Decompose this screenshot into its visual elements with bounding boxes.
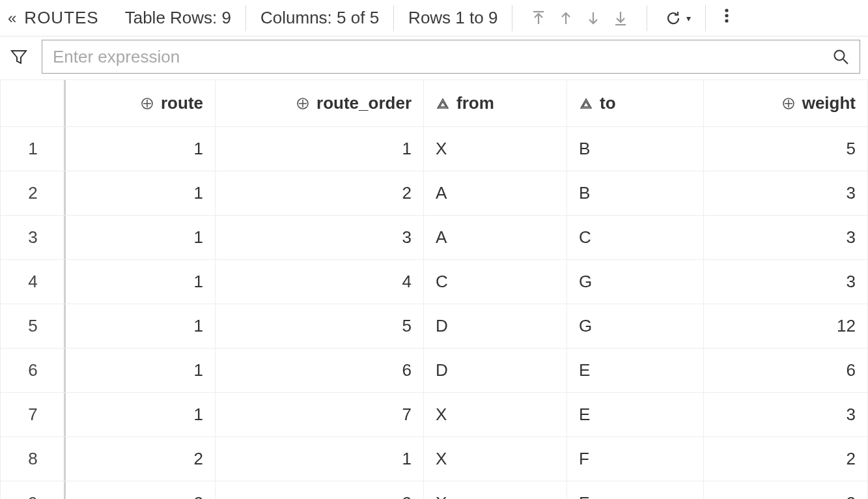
filter-bar bbox=[0, 36, 868, 77]
cell-to[interactable]: B bbox=[567, 171, 704, 216]
cell-from[interactable]: D bbox=[424, 304, 567, 349]
table-row[interactable]: 414CG3 bbox=[1, 260, 868, 304]
cell-from[interactable]: X bbox=[424, 481, 567, 500]
numeric-type-icon bbox=[140, 96, 154, 111]
cell-from[interactable]: X bbox=[424, 393, 567, 437]
go-last-icon[interactable] bbox=[609, 7, 632, 30]
column-label: to bbox=[600, 93, 616, 113]
row-number[interactable]: 4 bbox=[1, 260, 66, 304]
table-row[interactable]: 111XB5 bbox=[1, 127, 868, 171]
svg-marker-9 bbox=[12, 51, 26, 63]
cell-route[interactable]: 1 bbox=[66, 349, 216, 393]
cell-route_order[interactable]: 1 bbox=[216, 437, 424, 481]
table-name[interactable]: ROUTES bbox=[24, 8, 98, 28]
column-header-weight[interactable]: weight bbox=[704, 80, 868, 127]
cell-weight[interactable]: 2 bbox=[704, 481, 868, 500]
more-menu-icon[interactable] bbox=[720, 7, 733, 29]
column-header-route_order[interactable]: route_order bbox=[216, 80, 424, 127]
columns-count: Columns: 5 of 5 bbox=[260, 8, 379, 28]
cell-weight[interactable]: 5 bbox=[704, 127, 868, 171]
cell-to[interactable]: E bbox=[567, 393, 704, 437]
cell-route_order[interactable]: 2 bbox=[216, 171, 424, 216]
cell-route[interactable]: 2 bbox=[66, 481, 216, 500]
cell-route_order[interactable]: 7 bbox=[216, 393, 424, 437]
svg-line-11 bbox=[843, 59, 848, 64]
cell-route_order[interactable]: 1 bbox=[216, 127, 424, 171]
cell-route_order[interactable]: 3 bbox=[216, 216, 424, 260]
go-next-icon[interactable] bbox=[581, 7, 605, 30]
table-row[interactable]: 922XF2 bbox=[1, 481, 868, 500]
table-row[interactable]: 313AC3 bbox=[1, 216, 868, 260]
cell-route_order[interactable]: 5 bbox=[216, 304, 424, 349]
numeric-type-icon bbox=[296, 96, 310, 111]
cell-weight[interactable]: 3 bbox=[704, 216, 868, 260]
refresh-icon[interactable] bbox=[662, 7, 685, 30]
header-row: routeroute_orderfromtoweight bbox=[1, 80, 868, 127]
column-header-to[interactable]: to bbox=[567, 80, 704, 127]
table-row[interactable]: 616DE6 bbox=[1, 349, 868, 393]
row-number[interactable]: 1 bbox=[1, 127, 66, 171]
cell-weight[interactable]: 2 bbox=[704, 437, 868, 481]
cell-route[interactable]: 1 bbox=[66, 127, 216, 171]
filter-icon[interactable] bbox=[8, 46, 30, 68]
cell-to[interactable]: C bbox=[567, 216, 704, 260]
row-number[interactable]: 6 bbox=[1, 349, 66, 393]
search-icon[interactable] bbox=[831, 47, 850, 66]
go-first-icon[interactable] bbox=[527, 7, 550, 30]
divider bbox=[393, 5, 394, 31]
numeric-type-icon bbox=[781, 96, 796, 111]
row-number[interactable]: 9 bbox=[1, 481, 66, 500]
row-number[interactable]: 8 bbox=[1, 437, 66, 481]
cell-route[interactable]: 1 bbox=[66, 260, 216, 304]
cell-route_order[interactable]: 4 bbox=[216, 260, 424, 304]
expression-input[interactable] bbox=[51, 46, 831, 68]
divider bbox=[512, 5, 512, 31]
row-number[interactable]: 3 bbox=[1, 216, 66, 260]
cell-route[interactable]: 1 bbox=[66, 171, 216, 216]
svg-point-7 bbox=[725, 14, 729, 17]
cell-from[interactable]: D bbox=[424, 349, 567, 393]
cell-from[interactable]: C bbox=[424, 260, 567, 304]
cell-from[interactable]: A bbox=[424, 216, 567, 260]
column-header-from[interactable]: from bbox=[424, 80, 567, 127]
filter-input-wrap bbox=[42, 40, 860, 74]
collapse-icon[interactable]: « bbox=[8, 9, 24, 27]
cell-weight[interactable]: 3 bbox=[704, 171, 868, 216]
divider bbox=[245, 5, 246, 31]
cell-route_order[interactable]: 6 bbox=[216, 349, 424, 393]
cell-route[interactable]: 2 bbox=[66, 437, 216, 481]
cell-weight[interactable]: 12 bbox=[704, 304, 868, 349]
cell-from[interactable]: A bbox=[424, 171, 567, 216]
cell-to[interactable]: G bbox=[567, 304, 704, 349]
cell-route[interactable]: 1 bbox=[66, 304, 216, 349]
go-prev-icon[interactable] bbox=[554, 7, 578, 30]
cell-weight[interactable]: 3 bbox=[704, 393, 868, 437]
svg-point-10 bbox=[835, 51, 845, 61]
table-row[interactable]: 212AB3 bbox=[1, 171, 868, 216]
row-number[interactable]: 5 bbox=[1, 304, 66, 349]
cell-to[interactable]: E bbox=[567, 349, 704, 393]
cell-weight[interactable]: 6 bbox=[704, 349, 868, 393]
table-row[interactable]: 717XE3 bbox=[1, 393, 868, 437]
cell-to[interactable]: F bbox=[567, 481, 704, 500]
divider bbox=[647, 5, 647, 31]
column-header-route[interactable]: route bbox=[66, 80, 216, 127]
refresh-menu-caret-icon[interactable]: ▾ bbox=[686, 13, 691, 23]
row-number[interactable]: 2 bbox=[1, 171, 66, 216]
row-number[interactable]: 7 bbox=[1, 393, 66, 437]
cell-weight[interactable]: 3 bbox=[704, 260, 868, 304]
text-type-icon bbox=[579, 96, 593, 111]
table-row[interactable]: 821XF2 bbox=[1, 437, 868, 481]
cell-from[interactable]: X bbox=[424, 127, 567, 171]
cell-to[interactable]: B bbox=[567, 127, 704, 171]
cell-from[interactable]: X bbox=[424, 437, 567, 481]
cell-route_order[interactable]: 2 bbox=[216, 481, 424, 500]
cell-route[interactable]: 1 bbox=[66, 393, 216, 437]
data-grid: routeroute_orderfromtoweight 111XB5212AB… bbox=[0, 79, 868, 499]
cell-route[interactable]: 1 bbox=[66, 216, 216, 260]
table-rows-count: Table Rows: 9 bbox=[125, 8, 231, 28]
cell-to[interactable]: F bbox=[567, 437, 704, 481]
svg-point-6 bbox=[725, 8, 729, 12]
cell-to[interactable]: G bbox=[567, 260, 704, 304]
table-row[interactable]: 515DG12 bbox=[1, 304, 868, 349]
